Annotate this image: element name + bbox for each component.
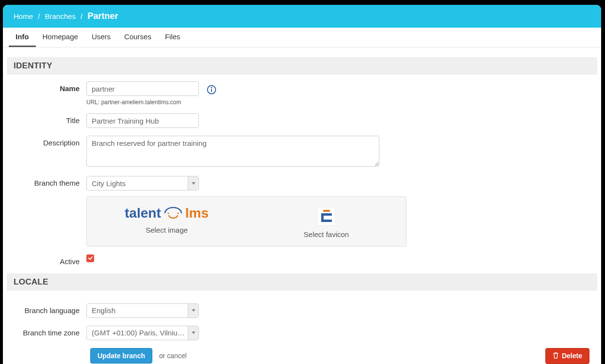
label-branch-theme: Branch theme — [3, 176, 86, 187]
form-content: IDENTITY Name URL: partner-ameliem.talen… — [3, 47, 601, 364]
breadcrumb-home[interactable]: Home — [14, 12, 33, 20]
tab-courses[interactable]: Courses — [117, 28, 158, 47]
breadcrumb: Home / Branches / Partner — [3, 5, 601, 28]
tab-files[interactable]: Files — [158, 28, 187, 47]
breadcrumb-branches[interactable]: Branches — [45, 12, 76, 20]
svg-point-1 — [211, 87, 212, 88]
select-favicon-label: Select favicon — [251, 230, 401, 238]
svg-rect-2 — [211, 89, 212, 92]
svg-point-3 — [167, 212, 169, 214]
title-input[interactable] — [86, 113, 199, 128]
image-box: talent lms Select image — [86, 196, 407, 247]
branch-settings-window: Home / Branches / Partner Info Homepage … — [3, 5, 601, 364]
name-input[interactable] — [86, 81, 199, 96]
cancel-link[interactable]: cancel — [167, 352, 186, 360]
chevron-down-icon — [188, 326, 198, 340]
update-branch-button[interactable]: Update branch — [90, 348, 152, 364]
footer-actions: Update branch or cancel Delete — [3, 348, 601, 364]
label-branch-language: Branch language — [3, 303, 86, 315]
branch-language-select[interactable]: English — [86, 303, 199, 318]
label-active: Active — [3, 254, 86, 266]
section-identity: IDENTITY — [7, 57, 597, 75]
delete-label: Delete — [562, 352, 582, 360]
branch-theme-value: City Lights — [92, 179, 188, 188]
breadcrumb-sep: / — [38, 12, 40, 20]
breadcrumb-sep: / — [81, 12, 82, 20]
select-favicon-area[interactable]: Select favicon — [246, 197, 406, 246]
active-checkbox[interactable] — [86, 254, 94, 262]
section-locale: LOCALE — [7, 273, 597, 291]
or-text: or — [159, 352, 167, 360]
tab-info[interactable]: Info — [9, 28, 36, 47]
label-name: Name — [3, 81, 86, 93]
chevron-down-icon — [188, 304, 198, 317]
branch-time-zone-select[interactable]: (GMT +01:00) Paris, Vilnius, ... — [86, 326, 199, 340]
svg-point-4 — [177, 212, 179, 214]
label-branch-time-zone: Branch time zone — [3, 326, 86, 337]
tab-users[interactable]: Users — [85, 28, 117, 47]
url-subtext: URL: partner-ameliem.talentlms.com — [86, 99, 601, 106]
label-title: Title — [3, 113, 86, 125]
branch-theme-select[interactable]: City Lights — [86, 176, 199, 190]
talentlms-logo: talent lms — [125, 206, 209, 221]
favicon-preview — [317, 207, 336, 225]
delete-button[interactable]: Delete — [545, 348, 589, 364]
trash-icon — [553, 352, 559, 360]
description-textarea[interactable]: Branch reserved for partner training — [86, 136, 379, 167]
select-image-label: Select image — [92, 226, 242, 234]
chevron-down-icon — [188, 176, 198, 190]
select-image-area[interactable]: talent lms Select image — [87, 197, 246, 246]
breadcrumb-current: Partner — [87, 11, 118, 21]
branch-language-value: English — [92, 306, 188, 315]
tab-homepage[interactable]: Homepage — [36, 28, 85, 47]
branch-time-zone-value: (GMT +01:00) Paris, Vilnius, ... — [92, 329, 188, 337]
tabs: Info Homepage Users Courses Files — [3, 28, 601, 47]
info-icon[interactable] — [207, 85, 216, 95]
label-description: Description — [3, 136, 86, 147]
